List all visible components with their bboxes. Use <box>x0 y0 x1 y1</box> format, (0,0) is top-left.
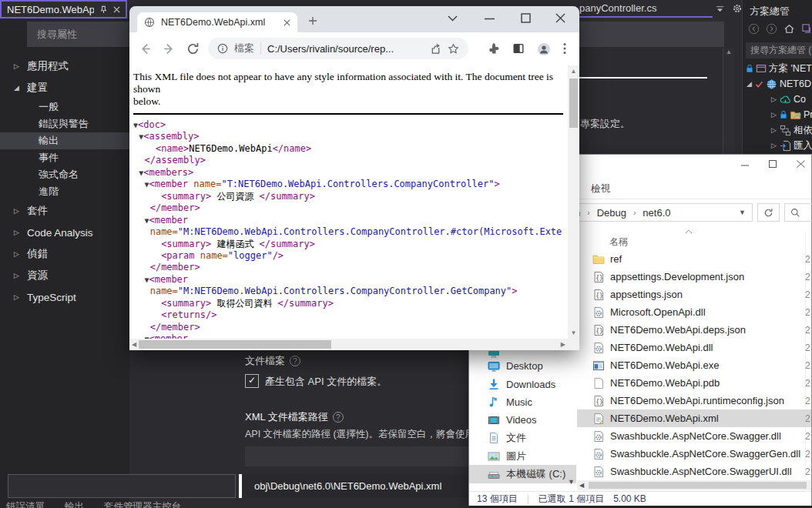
file-row[interactable]: NET6Demo.WebApi.dll2 <box>577 339 811 356</box>
back-icon[interactable] <box>748 23 760 35</box>
back-icon[interactable] <box>139 42 152 55</box>
explorer-search-input[interactable] <box>784 203 812 222</box>
vs-nav-item[interactable]: 進階 <box>0 183 129 200</box>
solution-tree-item[interactable]: ▷相依 <box>743 122 812 138</box>
vs-nav-section[interactable]: ▷Code Analysis <box>0 222 129 243</box>
solution-tree-item[interactable]: 方案 'NET <box>743 61 812 76</box>
refresh-button[interactable] <box>757 203 780 222</box>
info-icon[interactable] <box>217 43 228 54</box>
twistie-collapsed-icon[interactable]: ▷ <box>770 95 777 103</box>
vs-nav-section[interactable]: ▷套件 <box>0 200 129 222</box>
twistie-expanded-icon[interactable]: ◢ <box>13 84 20 92</box>
xml-tree[interactable]: ▼<doc> ▼<assembly> <name>NET6Demo.WebApi… <box>133 119 568 339</box>
vs-bottom-tab[interactable]: 輸出 <box>65 500 84 508</box>
nav-item-drive[interactable]: 本機磁碟 (C:) <box>469 465 576 483</box>
column-header-name[interactable]: 名稱 <box>609 236 628 249</box>
twistie-collapsed-icon[interactable]: ▷ <box>13 293 20 301</box>
file-row[interactable]: Swashbuckle.AspNetCore.SwaggerUI.dll2 <box>577 463 811 480</box>
nav-item-music[interactable]: Music <box>469 393 576 411</box>
gear-icon[interactable] <box>732 3 743 14</box>
kebab-menu-icon[interactable] <box>563 42 566 55</box>
new-tab-icon[interactable] <box>308 16 317 25</box>
file-row[interactable]: {}NET6Demo.WebApi.runtimeconfig.json2 <box>577 392 811 409</box>
file-list-horizontal-scrollbar[interactable]: ◀ <box>577 480 811 490</box>
twistie-collapsed-icon[interactable]: ▷ <box>770 111 777 119</box>
vs-nav-item[interactable]: 一般 <box>0 99 129 115</box>
twistie-collapsed-icon[interactable]: ▷ <box>13 62 20 70</box>
file-row[interactable]: NET6Demo.WebApi.pdb2 <box>577 374 811 392</box>
file-row[interactable]: Microsoft.OpenApi.dll2 <box>577 303 811 321</box>
address-bar[interactable]: 檔案 C:/Users/rivalin/source/rep... <box>208 38 468 59</box>
scrollbar-thumb[interactable] <box>569 79 578 128</box>
scroll-up-icon[interactable]: ▲ <box>568 68 579 75</box>
reload-icon[interactable] <box>186 42 200 55</box>
tab-close-icon[interactable] <box>284 19 290 26</box>
twistie-collapsed-icon[interactable]: ▷ <box>770 142 777 149</box>
nav-item-pictures[interactable]: 圖片 <box>469 447 576 465</box>
solution-tree-item[interactable]: ◢NET6D <box>743 76 812 92</box>
chrome-tab[interactable]: NET6Demo.WebApi.xml <box>137 12 297 32</box>
forward-icon[interactable] <box>766 23 777 35</box>
scroll-left-icon[interactable]: ◀ <box>132 341 136 348</box>
switch-views-icon[interactable] <box>801 23 812 35</box>
window-close-icon[interactable] <box>555 13 565 23</box>
file-row[interactable]: NET6Demo.WebApi.exe2 <box>577 356 811 374</box>
vs-properties-search-fragment[interactable] <box>579 22 724 47</box>
vs-nav-section[interactable]: ▷應用程式 <box>0 55 129 77</box>
chevron-down-icon[interactable]: ▼ <box>568 478 575 486</box>
vs-properties-search-input[interactable]: 搜尋屬性 <box>27 22 129 47</box>
breadcrumb-segment[interactable]: net6.0 <box>643 207 670 219</box>
maximize-icon[interactable] <box>769 159 777 169</box>
file-row[interactable]: {}appsettings.json2 <box>577 286 811 303</box>
scroll-down-icon[interactable]: ▼ <box>568 329 579 336</box>
file-row[interactable]: Swashbuckle.AspNetCore.SwaggerGen.dll2 <box>577 445 811 463</box>
nav-item-downloads[interactable]: Downloads <box>469 375 576 393</box>
vs-bottom-panel-input[interactable] <box>8 474 236 498</box>
scrollbar-thumb[interactable] <box>589 482 807 489</box>
xml-path-input[interactable] <box>245 446 468 466</box>
scroll-right-icon[interactable]: ▶ <box>561 341 565 348</box>
vs-nav-section[interactable]: ▷偵錯 <box>0 243 129 265</box>
twistie-collapsed-icon[interactable]: ▷ <box>13 229 20 236</box>
file-list-header[interactable]: 名稱 <box>577 230 811 249</box>
vs-nav-item[interactable]: 事件 <box>0 149 129 166</box>
file-row[interactable]: NET6Demo.WebApi.xml2 <box>577 409 811 427</box>
chevron-down-icon[interactable] <box>716 5 724 12</box>
close-icon[interactable] <box>113 6 120 13</box>
vs-bottom-tab[interactable]: 錯誤清單 <box>6 500 45 508</box>
vs-nav-item[interactable]: 強式命名 <box>0 166 129 183</box>
twistie-collapsed-icon[interactable]: ▷ <box>13 207 20 215</box>
ribbon-tab-view[interactable]: 檢視 <box>591 182 610 196</box>
solution-tree-item[interactable]: ▷Co <box>743 92 812 107</box>
file-row[interactable]: {}appsettings.Development.json2 <box>577 268 811 286</box>
scrollbar-thumb[interactable] <box>139 340 331 349</box>
nav-item-videos[interactable]: Videos <box>469 411 576 429</box>
scroll-left-icon[interactable]: ◀ <box>579 482 584 489</box>
close-icon[interactable] <box>797 159 805 169</box>
solution-tree-item[interactable]: ▷匯入 <box>743 138 812 153</box>
window-minimize-icon[interactable] <box>485 18 495 20</box>
share-icon[interactable] <box>430 43 441 55</box>
vs-nav-item[interactable]: 錯誤與警告 <box>0 115 129 132</box>
twistie-collapsed-icon[interactable]: ▷ <box>770 126 777 134</box>
vs-editor-scrollbar[interactable]: ▲ <box>723 48 734 154</box>
home-icon[interactable] <box>783 23 795 35</box>
nav-item-desktop[interactable]: Desktop <box>469 357 576 375</box>
nav-item-documents[interactable]: 文件 <box>469 429 576 447</box>
bookmark-star-icon[interactable] <box>448 43 459 55</box>
vs-document-tab-webapi[interactable]: NET6Demo.WebApi <box>0 0 127 18</box>
help-icon[interactable]: ? <box>290 356 300 366</box>
vs-document-tab-controller[interactable]: panyController.cs <box>579 0 743 16</box>
horizontal-scrollbar[interactable]: ◀ ▶ <box>129 339 568 350</box>
forward-icon[interactable] <box>163 42 176 55</box>
vs-nav-item[interactable]: 輸出 <box>0 132 129 149</box>
file-row[interactable]: ref2 <box>577 250 811 268</box>
help-icon[interactable]: ? <box>333 412 344 423</box>
vertical-scrollbar[interactable]: ▲ ▼ <box>568 65 579 339</box>
window-maximize-icon[interactable] <box>521 13 531 23</box>
file-row[interactable]: {}NET6Demo.WebApi.deps.json2 <box>577 321 811 339</box>
generate-doc-checkbox[interactable]: ✓ <box>245 374 259 388</box>
profile-avatar[interactable] <box>537 42 551 56</box>
breadcrumb-segment[interactable]: Debug <box>597 207 626 219</box>
twistie-collapsed-icon[interactable]: ▷ <box>13 272 20 279</box>
